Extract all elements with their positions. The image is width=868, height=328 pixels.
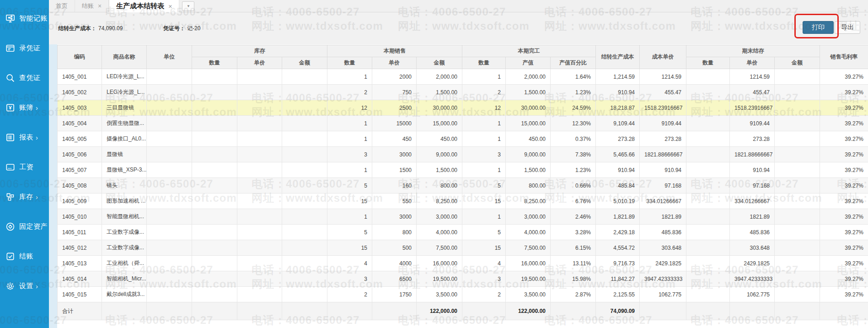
cell-end_amount bbox=[775, 116, 820, 131]
cell-unit bbox=[147, 302, 192, 320]
table-row[interactable]: 1405_010智能显微相机...130003,000.0013,000.002… bbox=[58, 209, 868, 225]
tab-label: 生产成本结转表 bbox=[116, 2, 164, 11]
cell-sale_qty: 12 bbox=[327, 100, 372, 116]
cell-unit bbox=[147, 209, 192, 225]
cell-fin_value: 4,000.00 bbox=[506, 225, 551, 240]
cell-sale_price: 1750 bbox=[372, 287, 417, 302]
sidebar-item-voucher-search[interactable]: 查凭证 bbox=[0, 63, 49, 93]
sidebar-item-closing[interactable]: 结账 bbox=[0, 242, 49, 271]
cell-sale_price: 550 bbox=[372, 194, 417, 209]
table-row[interactable]: 1405_004倒置生物显微...11500015,000.00115,000.… bbox=[58, 116, 868, 131]
table-row[interactable]: 1405_002LEG冷光源_L...27501,500.0021,500.00… bbox=[58, 85, 868, 100]
cell-inv_qty bbox=[192, 209, 237, 225]
cell-sale_qty: 2 bbox=[327, 85, 372, 100]
table-row[interactable]: 1405_014智能相机_Micr...3650019,500.00319,50… bbox=[58, 271, 868, 287]
cell-code: 合计 bbox=[58, 302, 102, 320]
cell-name: 三目显微镜 bbox=[102, 100, 147, 116]
cell-end_qty bbox=[686, 287, 730, 302]
cell-unit bbox=[147, 147, 192, 162]
table-row[interactable]: 1405_012工业数字成像...155007,500.00157,500.00… bbox=[58, 240, 868, 256]
tab-production-cost-carryover[interactable]: 生产成本结转表× bbox=[109, 0, 179, 12]
cell-unit bbox=[147, 85, 192, 100]
tab-home[interactable]: 首页 bbox=[49, 0, 75, 12]
sidebar-item-fixed-assets[interactable]: 固定资产 bbox=[0, 212, 49, 242]
cell-inv_price bbox=[237, 209, 282, 225]
chevron-down-icon: ▼ bbox=[187, 4, 190, 8]
cell-fin_value: 800.00 bbox=[506, 178, 551, 194]
cell-carry_cost: 5,010.19 bbox=[596, 194, 640, 209]
table-row[interactable]: 1405_001LED冷光源_L...120002,000.0012,000.0… bbox=[58, 69, 868, 85]
cell-end_amount bbox=[775, 162, 820, 178]
sidebar-item-payroll[interactable]: 工资 bbox=[0, 152, 49, 182]
cell-inv_price bbox=[237, 271, 282, 287]
sidebar-item-settings[interactable]: 设置› bbox=[0, 271, 49, 301]
cell-inv_amount bbox=[282, 162, 327, 178]
cell-inv_price bbox=[237, 85, 282, 100]
cell-fin_value: 15,000.00 bbox=[506, 116, 551, 131]
close-icon[interactable]: × bbox=[98, 3, 102, 9]
gear-icon bbox=[5, 281, 16, 292]
sidebar-item-label: 固定资产 bbox=[19, 222, 48, 231]
cell-gross_margin: 39.27% bbox=[820, 162, 868, 178]
sidebar-item-smart-bookkeeping[interactable]: 智能记账 bbox=[0, 4, 49, 33]
cell-sale_amount: 30,000.00 bbox=[417, 100, 462, 116]
cell-fin_qty: 15 bbox=[462, 240, 506, 256]
cell-end_amount bbox=[775, 85, 820, 100]
cell-sale_qty: 1 bbox=[327, 162, 372, 178]
cell-end_qty bbox=[686, 256, 730, 271]
voucher-card-icon bbox=[5, 43, 16, 54]
cell-carry_cost: 2,429.18 bbox=[596, 225, 640, 240]
col-header-code: 编码 bbox=[58, 45, 102, 69]
cell-end_amount bbox=[775, 240, 820, 256]
cell-code: 1405_004 bbox=[58, 116, 102, 131]
cell-end_amount bbox=[775, 302, 820, 320]
export-button[interactable]: 导出 bbox=[835, 21, 860, 34]
cell-inv_qty bbox=[192, 271, 237, 287]
cell-end_qty bbox=[686, 225, 730, 240]
cell-sale_price: 450 bbox=[372, 131, 417, 147]
tab-dropdown-button[interactable]: ▼ bbox=[182, 1, 194, 11]
sidebar-item-label: 库存 bbox=[19, 193, 33, 201]
table-row[interactable]: 1405_009图形加速相机 ...155508,250.00158,250.0… bbox=[58, 194, 868, 209]
fixed-asset-icon bbox=[5, 221, 16, 232]
table-row[interactable]: 1405_015戴尔dell成就3...217503,500.0023,500.… bbox=[58, 287, 868, 302]
cell-inv_amount bbox=[282, 131, 327, 147]
sidebar-item-reports[interactable]: 报表› bbox=[0, 123, 49, 152]
cell-end_price: 1214.59 bbox=[730, 69, 775, 85]
group-header-current-sales: 本期销售 bbox=[327, 45, 462, 57]
voucher-no-label: 凭证号： bbox=[163, 25, 185, 32]
sidebar-item-ledger[interactable]: 账簿› bbox=[0, 93, 49, 123]
cell-cost_unit_price: 1821.88666667 bbox=[640, 147, 686, 162]
cell-cost_unit_price: 334.01266667 bbox=[640, 194, 686, 209]
table-row[interactable]: 1405_008镜头5160800.005800.000.66%485.8497… bbox=[58, 178, 868, 194]
tab-label: 首页 bbox=[56, 2, 68, 10]
table-row[interactable]: 1405_011工业数字成像...58004,000.0054,000.003.… bbox=[58, 225, 868, 240]
close-icon[interactable]: × bbox=[168, 3, 172, 10]
table-row[interactable]: 1405_013工业相机（舜...4400016,000.00416,000.0… bbox=[58, 256, 868, 271]
sidebar-item-voucher-entry[interactable]: 录凭证 bbox=[0, 33, 49, 63]
cell-code: 1405_011 bbox=[58, 225, 102, 240]
cell-end_price: 485.836 bbox=[730, 225, 775, 240]
cell-fin_pct: 15.98% bbox=[551, 271, 596, 287]
cell-unit bbox=[147, 178, 192, 194]
col-header-unit: 单位 bbox=[147, 45, 192, 69]
cell-fin_qty: 3 bbox=[462, 147, 506, 162]
cell-inv_qty bbox=[192, 194, 237, 209]
table-row[interactable]: 1405_003三目显微镜12250030,000.001230,000.002… bbox=[58, 100, 868, 116]
tab-closing[interactable]: 结账× bbox=[75, 0, 109, 12]
table-row[interactable]: 1405_005摄像接口_AL0...1450450.001450.000.37… bbox=[58, 131, 868, 147]
cell-sale_qty: 1 bbox=[327, 131, 372, 147]
tabbar-tabs: 首页结账×生产成本结转表× bbox=[49, 0, 179, 12]
table-row[interactable]: 1405_007显微镜_XSP-3...115001,500.0011,500.… bbox=[58, 162, 868, 178]
sidebar-item-inventory[interactable]: 库存› bbox=[0, 182, 49, 212]
cell-inv_amount bbox=[282, 240, 327, 256]
print-button[interactable]: 打印 bbox=[803, 21, 834, 34]
cell-end_qty bbox=[686, 178, 730, 194]
cell-end_price: 1821.89 bbox=[730, 209, 775, 225]
table-row[interactable]: 1405_006显微镜330009,000.0039,000.007.38%5,… bbox=[58, 147, 868, 162]
cell-code: 1405_002 bbox=[58, 85, 102, 100]
cell-code: 1405_001 bbox=[58, 69, 102, 85]
cell-fin_qty: 15 bbox=[462, 194, 506, 209]
cell-gross_margin: 39.27% bbox=[820, 271, 868, 287]
col-header-end-amount: 金额 bbox=[775, 57, 820, 69]
